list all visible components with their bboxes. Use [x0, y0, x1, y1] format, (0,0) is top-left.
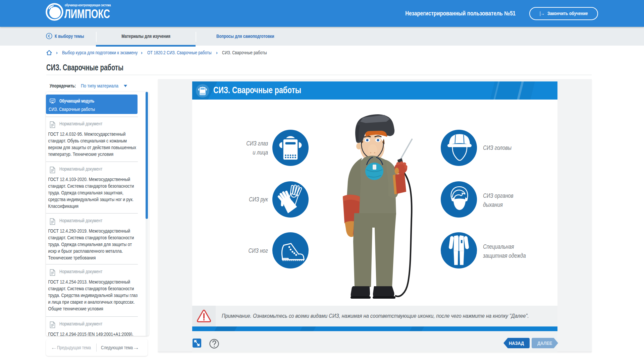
- svg-text:T: T: [50, 6, 53, 10]
